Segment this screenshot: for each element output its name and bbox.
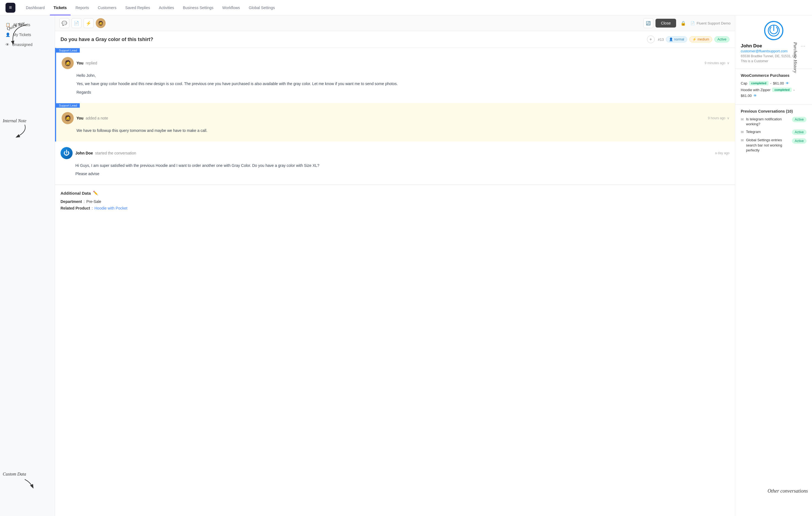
- customer-card: John Doe ⋯ customer@fluentsupport.com 65…: [735, 16, 812, 69]
- woo-price-cap: -: [770, 81, 771, 85]
- badge-active: Active: [714, 36, 729, 43]
- woocommerce-card: WooCommerce Purchases Cap completed - $6…: [735, 69, 812, 105]
- product-link[interactable]: Hoodie with Pocket: [94, 206, 127, 210]
- customer-time-area: a day ago: [715, 151, 729, 155]
- logo-icon: ≡: [9, 5, 12, 10]
- reply-body-line-3: Regards: [77, 89, 729, 95]
- customer-body-line-2: Please advise: [76, 171, 729, 177]
- additional-data-title: Additional Data: [60, 191, 91, 195]
- support-lead-tag-1: Support Lead: [56, 48, 80, 53]
- note-header: 🧔 You added a note 9 hours ago ∨: [62, 112, 729, 124]
- note-action: added a note: [86, 116, 108, 120]
- customer-body-line-1: Hi Guys, I am super satisfied with the p…: [76, 162, 729, 168]
- nav-reports[interactable]: Reports: [72, 3, 93, 12]
- additional-data-section: Additional Data ✏️ Department : Pre-Sale…: [55, 185, 735, 218]
- sidebar-item-my-tickets[interactable]: 👤 My Tickets: [0, 30, 55, 39]
- conv-text-1: Is telegram notification working?: [746, 117, 790, 127]
- note-block: Support Lead 🧔 You added a note 9 hours …: [55, 103, 735, 141]
- note-collapse-icon[interactable]: ∨: [727, 116, 729, 120]
- woo-item-name-hoodie: Hoodie with Zipper: [741, 88, 771, 92]
- sidebar-label-unassigned: Unassigned: [12, 43, 32, 47]
- woo-item-hoodie: Hoodie with Zipper completed - $61.00 👁: [741, 87, 807, 98]
- customer-avatar: ⏻: [60, 147, 72, 159]
- customer-action: started the conversation: [95, 151, 136, 155]
- nav-tickets[interactable]: Tickets: [50, 3, 71, 12]
- customer-name: John Doe: [741, 43, 762, 49]
- customer-address: 65538 Bradtke Tunnel, DE, 51531, US: [741, 54, 807, 58]
- refresh-button[interactable]: 🔄: [643, 18, 653, 28]
- conversation-area: Support Lead 🧔 You replied 9 minutes ago…: [55, 48, 735, 516]
- reply-author: You: [77, 61, 83, 65]
- customer-author: John Doe: [76, 151, 93, 155]
- nav-activities[interactable]: Activities: [155, 3, 178, 12]
- customer-name-row: John Doe ⋯: [741, 43, 807, 49]
- toolbar-cloud-btn[interactable]: ⚡: [84, 18, 93, 28]
- toolbar-chat-btn[interactable]: 💬: [59, 18, 69, 28]
- customer-block: ⏻ John Doe started the conversation a da…: [55, 141, 735, 185]
- conv-email-icon-2: ✉: [741, 130, 744, 134]
- badge-normal: 👤 normal: [666, 36, 687, 43]
- reply-message-inner: 🧔 You replied 9 minutes ago ∨ Hello John…: [56, 53, 735, 103]
- nav-saved-replies[interactable]: Saved Replies: [121, 3, 154, 12]
- sidebar-label-my-tickets: My Tickets: [13, 32, 31, 37]
- ticket-header: Do you have a Gray color of this tshirt?…: [55, 31, 735, 48]
- conv-status-1: Active: [792, 117, 807, 122]
- woo-price-val-cap: $61.00: [773, 81, 784, 85]
- support-lead-tag-2: Support Lead: [56, 103, 80, 108]
- ticket-title: Do you have a Gray color of this tshirt?: [60, 37, 644, 43]
- eye-icon-cap[interactable]: 👁: [786, 81, 789, 85]
- reply-body-line-2: Yes, we have gray color hoodie and this …: [77, 81, 729, 87]
- nav-dashboard[interactable]: Dashboard: [22, 3, 49, 12]
- department-separator: :: [84, 199, 85, 204]
- logo[interactable]: ≡: [5, 3, 16, 13]
- right-panel: John Doe ⋯ customer@fluentsupport.com 65…: [735, 16, 812, 516]
- close-ticket-button[interactable]: Close: [656, 19, 676, 28]
- customer-avatar-top: [741, 21, 807, 40]
- top-nav: ≡ Dashboard Tickets Reports Customers Sa…: [0, 0, 812, 16]
- nav-global-settings[interactable]: Global Settings: [245, 3, 279, 12]
- eye-icon-hoodie[interactable]: 👁: [753, 93, 757, 98]
- ticket-toolbar: 💬 📄 ⚡ 🧔 🔄 Close 🔒 📄 Fluent Support Demo: [55, 16, 735, 31]
- product-label: Related Product: [60, 206, 90, 210]
- customer-more-button[interactable]: ⋯: [799, 43, 807, 49]
- sidebar: 📋 All Tickets 👤 My Tickets 👁 Unassigned: [0, 16, 55, 516]
- ticket-meta: #13 👤 normal ⚡ medium Active: [658, 36, 729, 43]
- edit-additional-data-icon[interactable]: ✏️: [93, 191, 98, 195]
- customer-email[interactable]: customer@fluentsupport.com: [741, 49, 807, 53]
- add-tag-button[interactable]: +: [647, 35, 655, 43]
- all-tickets-icon: 📋: [5, 23, 10, 27]
- customer-meta: John Doe started the conversation: [76, 151, 712, 155]
- nav-customers[interactable]: Customers: [94, 3, 120, 12]
- reply-meta: You replied: [77, 61, 702, 65]
- reply-body: Hello John, Yes, we have gray color hood…: [62, 73, 729, 95]
- power-svg-icon: [768, 25, 780, 37]
- badge-medium: ⚡ medium: [689, 36, 712, 43]
- note-time-area: 9 hours ago ∨: [708, 116, 729, 120]
- woocommerce-title: WooCommerce Purchases: [741, 73, 807, 78]
- nav-workflows[interactable]: Workflows: [219, 3, 244, 12]
- toolbar-avatar[interactable]: 🧔: [96, 18, 106, 28]
- reply-collapse-icon[interactable]: ∨: [727, 61, 729, 65]
- note-meta: You added a note: [77, 116, 705, 120]
- reply-avatar: 🧔: [62, 57, 74, 69]
- woo-price-val-hoodie: $61.00: [741, 93, 752, 98]
- conv-item-1: ✉ Is telegram notification working? Acti…: [741, 117, 807, 127]
- sidebar-item-unassigned[interactable]: 👁 Unassigned: [0, 39, 55, 50]
- woo-item-name-cap: Cap: [741, 81, 747, 85]
- department-value: Pre-Sale: [86, 199, 101, 204]
- woo-status-hoodie: completed: [772, 87, 792, 92]
- note-body: We have to followup this query tomorrow …: [62, 128, 729, 134]
- previous-conversations: Previous Conversations (10) ✉ Is telegra…: [735, 105, 812, 160]
- sidebar-item-all-tickets[interactable]: 📋 All Tickets: [0, 20, 55, 30]
- conv-text-3: Global Settings entries search bar not w…: [746, 138, 790, 153]
- note-author: You: [77, 116, 83, 120]
- reply-action: replied: [86, 61, 97, 65]
- message-reply-block: Support Lead 🧔 You replied 9 minutes ago…: [55, 48, 735, 103]
- reply-time: 9 minutes ago: [705, 61, 725, 65]
- note-time: 9 hours ago: [708, 116, 725, 120]
- note-avatar: 🧔: [62, 112, 74, 124]
- reply-time-area: 9 minutes ago ∨: [705, 61, 729, 65]
- data-row-product: Related Product : Hoodie with Pocket: [60, 206, 729, 210]
- toolbar-doc-btn[interactable]: 📄: [71, 18, 81, 28]
- nav-business-settings[interactable]: Business Settings: [179, 3, 217, 12]
